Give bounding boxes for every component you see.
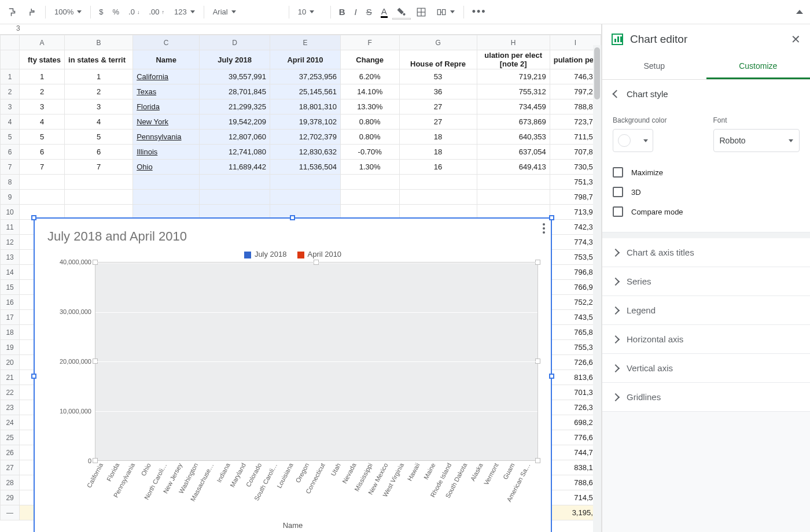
column-header[interactable]: G xyxy=(399,35,477,50)
collapse-toolbar-button[interactable] xyxy=(793,8,807,16)
row-header[interactable]: 2 xyxy=(1,84,20,99)
maximize-checkbox[interactable]: Maximize xyxy=(613,162,800,182)
fill-color-button[interactable] xyxy=(393,5,410,19)
row-header[interactable]: 11 xyxy=(1,220,20,235)
svg-point-0 xyxy=(403,13,405,15)
row-header[interactable]: 29 xyxy=(1,490,20,505)
spreadsheet[interactable]: 3 ABCDEFGHI fty states in states & terri… xyxy=(0,24,602,532)
table-row[interactable]: 7 7 7 Ohio 11,689,442 11,536,504 1.30% 1… xyxy=(1,160,601,175)
more-toolbar-button[interactable]: ••• xyxy=(469,4,490,20)
row-header[interactable]: — xyxy=(1,505,20,520)
background-color-picker[interactable] xyxy=(613,129,653,152)
decrease-decimal-button[interactable]: .0↓ xyxy=(125,6,143,18)
column-header[interactable]: A xyxy=(20,35,65,50)
close-icon[interactable]: ✕ xyxy=(791,32,801,46)
plot-area[interactable] xyxy=(95,262,538,461)
currency-button[interactable]: $ xyxy=(95,6,106,18)
row-header[interactable]: 23 xyxy=(1,400,20,415)
row-header[interactable]: 1 xyxy=(1,69,20,84)
chart-editor-sidebar: Chart editor ✕ Setup Customize Chart sty… xyxy=(602,24,810,532)
row-header[interactable]: 3 xyxy=(1,99,20,114)
table-row[interactable]: 5 5 5 Pennsylvania 12,807,060 12,702,379… xyxy=(1,130,601,145)
resize-handle[interactable] xyxy=(549,374,554,379)
merge-cells-button[interactable] xyxy=(432,5,459,20)
row-header[interactable]: 12 xyxy=(1,235,20,250)
paint-format-icon[interactable] xyxy=(3,5,21,19)
section-chart-style[interactable]: Chart style Background color Font Roboto… xyxy=(602,80,810,232)
row-header[interactable]: 7 xyxy=(1,160,20,175)
row-header[interactable]: 9 xyxy=(1,190,20,205)
bold-button[interactable]: B xyxy=(336,5,349,19)
row-header[interactable]: 21 xyxy=(1,370,20,385)
font-select[interactable]: Roboto xyxy=(713,129,800,152)
tab-customize[interactable]: Customize xyxy=(706,54,811,79)
number-format-select[interactable]: 123 xyxy=(170,5,199,19)
section-axis-titles[interactable]: Chart & axis titles xyxy=(602,238,810,267)
table-row[interactable]: 2 2 2 Texas 28,701,845 25,145,561 14.10%… xyxy=(1,84,601,99)
formula-bar[interactable]: 3 xyxy=(0,24,601,35)
row-header[interactable]: 14 xyxy=(1,265,20,280)
row-header[interactable]: 10 xyxy=(1,205,20,220)
column-header[interactable]: D xyxy=(200,35,270,50)
chart-title[interactable]: July 2018 and April 2010 xyxy=(47,229,538,244)
increase-decimal-button[interactable]: .00↑ xyxy=(145,6,168,18)
font-size-select[interactable]: 10 xyxy=(294,5,326,19)
row-header[interactable]: 6 xyxy=(1,145,20,160)
row-header[interactable]: 13 xyxy=(1,250,20,265)
row-header[interactable]: 22 xyxy=(1,385,20,400)
section-legend[interactable]: Legend xyxy=(602,296,810,325)
italic-button[interactable]: I xyxy=(351,5,360,19)
text-color-button[interactable]: A xyxy=(378,5,391,19)
row-header[interactable]: 26 xyxy=(1,445,20,460)
row-header[interactable]: 8 xyxy=(1,175,20,190)
row-header[interactable]: 16 xyxy=(1,295,20,310)
x-axis-title[interactable]: Name xyxy=(47,521,538,530)
resize-handle[interactable] xyxy=(31,215,36,220)
table-row[interactable]: 1 1 1 California 39,557,991 37,253,956 6… xyxy=(1,69,601,84)
column-header[interactable]: E xyxy=(270,35,341,50)
resize-handle[interactable] xyxy=(549,215,554,220)
section-gridlines[interactable]: Gridlines xyxy=(602,383,810,412)
column-header[interactable]: C xyxy=(133,35,200,50)
row-header[interactable]: 5 xyxy=(1,130,20,145)
section-horizontal-axis[interactable]: Horizontal axis xyxy=(602,325,810,354)
3d-checkbox[interactable]: 3D xyxy=(613,182,800,202)
zoom-select[interactable]: 100% xyxy=(50,5,86,19)
row-header[interactable]: 27 xyxy=(1,460,20,475)
row-header[interactable]: 19 xyxy=(1,340,20,355)
paint-format2-icon[interactable] xyxy=(23,5,41,19)
row-header[interactable]: 24 xyxy=(1,415,20,430)
row-header[interactable] xyxy=(1,50,20,69)
row-header[interactable]: 17 xyxy=(1,310,20,325)
chart-menu-button[interactable] xyxy=(543,223,545,234)
section-series[interactable]: Series xyxy=(602,267,810,296)
resize-handle[interactable] xyxy=(31,374,36,379)
percent-button[interactable]: % xyxy=(109,6,123,18)
table-row[interactable]: 4 4 4 New York 19,542,209 19,378,102 0.8… xyxy=(1,114,601,130)
chart-legend[interactable]: July 2018 April 2010 xyxy=(47,250,538,258)
row-header[interactable]: 25 xyxy=(1,430,20,445)
compare-mode-checkbox[interactable]: Compare mode xyxy=(613,202,800,221)
chevron-right-icon xyxy=(613,392,618,402)
table-row[interactable]: 8 751,39 xyxy=(1,175,601,190)
embedded-chart[interactable]: July 2018 and April 2010 July 2018 April… xyxy=(34,217,552,532)
strike-button[interactable]: S xyxy=(363,5,375,19)
row-header[interactable]: 20 xyxy=(1,355,20,370)
row-header[interactable]: 28 xyxy=(1,475,20,490)
section-vertical-axis[interactable]: Vertical axis xyxy=(602,354,810,383)
tab-setup[interactable]: Setup xyxy=(602,54,706,79)
column-header[interactable]: H xyxy=(477,35,550,50)
row-header[interactable]: 15 xyxy=(1,280,20,295)
column-header[interactable]: F xyxy=(340,35,399,50)
column-header[interactable] xyxy=(1,35,20,50)
table-row[interactable]: 9 798,74 xyxy=(1,190,601,205)
vertical-scrollbar[interactable] xyxy=(593,45,601,532)
font-family-select[interactable]: Arial xyxy=(209,5,284,19)
row-header[interactable]: 4 xyxy=(1,114,20,130)
resize-handle[interactable] xyxy=(290,215,295,220)
table-row[interactable]: 3 3 3 Florida 21,299,325 18,801,310 13.3… xyxy=(1,99,601,114)
row-header[interactable]: 18 xyxy=(1,325,20,340)
borders-button[interactable] xyxy=(413,5,430,19)
column-header[interactable]: B xyxy=(65,35,133,50)
table-row[interactable]: 6 6 6 Illinois 12,741,080 12,830,632 -0.… xyxy=(1,145,601,160)
